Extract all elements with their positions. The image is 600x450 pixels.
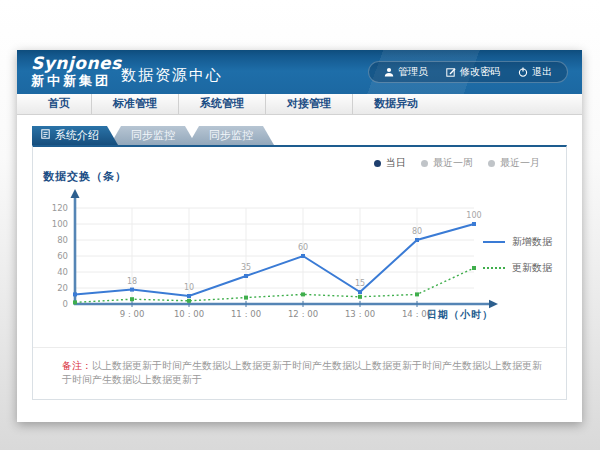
- power-icon: [518, 67, 528, 77]
- svg-text:80: 80: [412, 227, 422, 236]
- svg-text:100: 100: [466, 211, 481, 220]
- radio-label: 最近一月: [500, 156, 540, 170]
- svg-text:120: 120: [52, 203, 68, 213]
- logout-button[interactable]: 退出: [509, 65, 561, 79]
- svg-text:11：00: 11：00: [231, 309, 261, 319]
- svg-text:100: 100: [52, 219, 68, 229]
- svg-text:35: 35: [241, 263, 251, 272]
- svg-text:10：00: 10：00: [174, 309, 204, 319]
- svg-text:13：00: 13：00: [345, 309, 375, 319]
- svg-text:60: 60: [57, 251, 68, 261]
- radio-last-month[interactable]: 最近一月: [488, 156, 540, 170]
- document-icon: [41, 129, 50, 142]
- svg-text:9：00: 9：00: [120, 309, 145, 319]
- svg-text:0: 0: [63, 299, 68, 309]
- svg-text:12：00: 12：00: [288, 309, 318, 319]
- user-name-label: 管理员: [398, 65, 428, 79]
- svg-text:10: 10: [184, 283, 194, 292]
- tab-label: 系统介绍: [55, 128, 99, 143]
- svg-text:20: 20: [57, 283, 68, 293]
- radio-today[interactable]: 当日: [374, 156, 406, 170]
- tab-system-intro[interactable]: 系统介绍: [32, 126, 118, 145]
- radio-dot-icon: [374, 160, 381, 167]
- radio-dot-icon: [488, 160, 495, 167]
- chart-panel: 当日 最近一周 最近一月 数据交换（条） 0204060801001209：00…: [32, 145, 567, 400]
- nav-item-system-mgmt[interactable]: 系统管理: [179, 94, 266, 114]
- tab-sync-monitor-2[interactable]: 同步监控: [188, 126, 274, 145]
- user-toolbar: 管理员 修改密码 退出: [368, 61, 568, 83]
- legend-label: 更新数据: [512, 261, 552, 275]
- app-header: Synjones 新中新集团 数据资源中心 管理员 修改密码 退出: [17, 50, 582, 94]
- logout-label: 退出: [532, 65, 552, 79]
- company-logo: Synjones 新中新集团: [31, 54, 122, 89]
- time-range-filter: 当日 最近一周 最近一月: [374, 156, 540, 170]
- tab-label: 同步监控: [209, 128, 253, 143]
- note-label: 备注：: [62, 360, 92, 371]
- nav-item-data-change[interactable]: 数据异动: [353, 94, 439, 114]
- radio-label: 最近一周: [433, 156, 473, 170]
- legend-item-new-data: 新增数据: [483, 235, 552, 249]
- nav-item-interface-mgmt[interactable]: 对接管理: [266, 94, 353, 114]
- footer-note: 备注：以上数据更新于时间产生数据以上数据更新于时间产生数据以上数据更新于时间产生…: [33, 347, 566, 387]
- svg-text:15: 15: [355, 279, 365, 288]
- line-swatch-solid-icon: [483, 241, 505, 243]
- app-window: Synjones 新中新集团 数据资源中心 管理员 修改密码 退出 首页 标准管…: [17, 50, 582, 422]
- tab-label: 同步监控: [131, 128, 175, 143]
- radio-label: 当日: [386, 156, 406, 170]
- main-nav: 首页 标准管理 系统管理 对接管理 数据异动: [17, 94, 582, 115]
- change-password-label: 修改密码: [460, 65, 500, 79]
- svg-text:80: 80: [57, 235, 68, 245]
- svg-text:40: 40: [57, 267, 68, 277]
- chart-legend: 新增数据 更新数据: [483, 235, 552, 275]
- content-area: 系统介绍 同步监控 同步监控 当日 最近一周: [17, 116, 582, 422]
- svg-text:60: 60: [298, 243, 308, 252]
- svg-text:日期（小时）: 日期（小时）: [427, 309, 493, 320]
- radio-dot-icon: [421, 160, 428, 167]
- line-chart: 0204060801001209：0010：0011：0012：0013：001…: [43, 181, 511, 331]
- page-title: 数据资源中心: [121, 66, 223, 85]
- nav-item-standard-mgmt[interactable]: 标准管理: [92, 94, 179, 114]
- logo-text-en: Synjones: [31, 54, 122, 73]
- line-swatch-dotted-icon: [483, 267, 505, 269]
- logo-text-cn: 新中新集团: [31, 73, 122, 89]
- nav-item-home[interactable]: 首页: [27, 94, 92, 114]
- edit-icon: [446, 67, 456, 77]
- change-password-button[interactable]: 修改密码: [437, 65, 509, 79]
- legend-item-update-data: 更新数据: [483, 261, 552, 275]
- user-icon: [384, 67, 394, 77]
- tab-bar: 系统介绍 同步监控 同步监控: [32, 126, 274, 145]
- tab-sync-monitor-1[interactable]: 同步监控: [110, 126, 196, 145]
- note-text: 以上数据更新于时间产生数据以上数据更新于时间产生数据以上数据更新于时间产生数据以…: [62, 360, 542, 385]
- radio-last-week[interactable]: 最近一周: [421, 156, 473, 170]
- svg-text:18: 18: [127, 277, 137, 286]
- user-account-button[interactable]: 管理员: [375, 65, 437, 79]
- legend-label: 新增数据: [512, 235, 552, 249]
